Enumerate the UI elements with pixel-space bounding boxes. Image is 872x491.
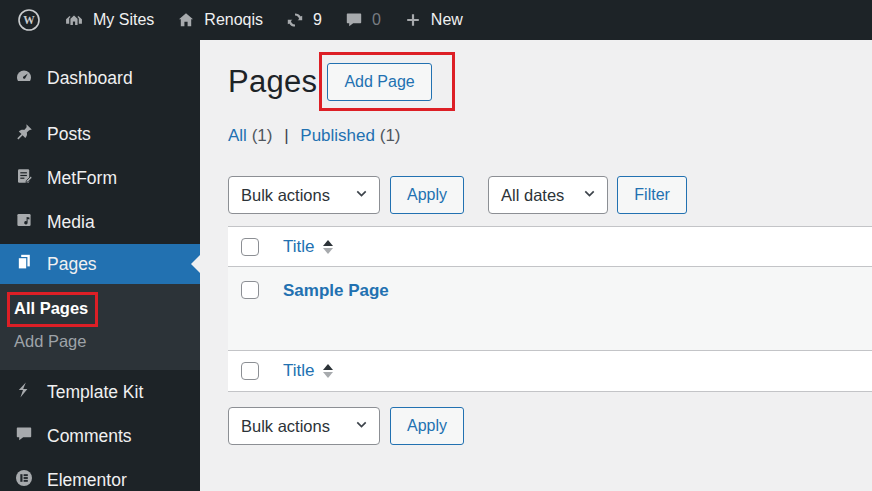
- title-column-label: Title: [283, 361, 315, 381]
- chevron-down-icon: [582, 186, 597, 205]
- title-column-sort-link-bottom[interactable]: Title: [283, 361, 333, 381]
- pages-table: Title Sample Page: [228, 226, 872, 392]
- bulk-actions-value: Bulk actions: [241, 186, 330, 205]
- form-icon: [14, 166, 34, 191]
- title-column-sort-link[interactable]: Title: [283, 237, 333, 257]
- submenu-item-all-pages[interactable]: All Pages: [0, 292, 200, 325]
- top-toolbar: Bulk actions Apply All dates Filter: [228, 176, 872, 214]
- view-all-link[interactable]: All: [228, 126, 247, 145]
- comments-icon: [344, 10, 364, 30]
- view-filters: All (1) | Published (1): [228, 126, 872, 146]
- page-title-link[interactable]: Sample Page: [283, 281, 389, 300]
- updates-icon: [285, 10, 305, 30]
- sidebar-item-media[interactable]: Media: [0, 200, 200, 244]
- add-page-button[interactable]: Add Page: [327, 63, 431, 101]
- sidebar-label: Elementor: [47, 470, 127, 491]
- select-all-checkbox-bottom[interactable]: [241, 362, 259, 380]
- pages-list-screen: Pages Add Page All (1) | Published (1) B…: [200, 40, 872, 491]
- sidebar-label: MetForm: [47, 168, 117, 189]
- filter-button[interactable]: Filter: [617, 176, 687, 214]
- add-page-annotation-box: Add Page: [327, 63, 431, 101]
- pages-icon: [14, 252, 34, 277]
- media-icon: [14, 210, 34, 235]
- table-header-row: Title: [228, 227, 872, 267]
- dashboard-icon: [14, 66, 34, 91]
- my-sites-icon: [63, 9, 85, 31]
- all-dates-select[interactable]: All dates: [488, 176, 608, 214]
- wordpress-logo-icon: W: [17, 8, 41, 32]
- view-published-link[interactable]: Published: [300, 126, 375, 145]
- sidebar-label: Posts: [47, 124, 91, 145]
- elementor-icon: [14, 468, 34, 491]
- wordpress-logo-button[interactable]: W: [6, 0, 52, 40]
- pushpin-icon: [14, 122, 34, 147]
- sidebar-label: Dashboard: [47, 68, 133, 89]
- select-all-checkbox[interactable]: [241, 238, 259, 256]
- bulk-actions-value: Bulk actions: [241, 417, 330, 436]
- sidebar-item-posts[interactable]: Posts: [0, 112, 200, 156]
- admin-bar: W My Sites Renoqis: [0, 0, 872, 40]
- view-published-count: (1): [380, 126, 401, 145]
- view-all-count: (1): [252, 126, 273, 145]
- sidebar-label: Media: [47, 212, 95, 233]
- new-menu[interactable]: New: [392, 0, 474, 40]
- comments-icon: [14, 424, 34, 449]
- sidebar-item-metform[interactable]: MetForm: [0, 156, 200, 200]
- submenu-item-add-page[interactable]: Add Page: [0, 325, 200, 358]
- all-dates-value: All dates: [501, 186, 564, 205]
- sidebar-label: Template Kit: [47, 382, 143, 403]
- apply-button[interactable]: Apply: [390, 176, 464, 214]
- my-sites-menu[interactable]: My Sites: [52, 0, 165, 40]
- site-name-label: Renoqis: [204, 11, 263, 29]
- bulk-actions-select[interactable]: Bulk actions: [228, 176, 380, 214]
- updates-count: 9: [313, 11, 322, 29]
- site-name-menu[interactable]: Renoqis: [165, 0, 274, 40]
- my-sites-label: My Sites: [93, 11, 154, 29]
- view-divider: |: [284, 126, 288, 145]
- sort-arrows-icon: [323, 364, 333, 378]
- wordpress-admin-screen: W My Sites Renoqis: [0, 0, 872, 491]
- chevron-down-icon: [354, 417, 369, 436]
- sidebar-item-elementor[interactable]: Elementor: [0, 458, 200, 491]
- svg-text:W: W: [23, 14, 35, 26]
- page-title: Pages: [228, 64, 317, 100]
- admin-sidebar: Dashboard Posts: [0, 40, 200, 491]
- plus-icon: [403, 10, 423, 30]
- new-label: New: [431, 11, 463, 29]
- sidebar-item-dashboard[interactable]: Dashboard: [0, 56, 200, 100]
- comments-count: 0: [372, 11, 381, 29]
- submenu-label: All Pages: [14, 299, 88, 318]
- sidebar-label: Comments: [47, 426, 132, 447]
- apply-button-bottom[interactable]: Apply: [390, 407, 464, 445]
- sort-arrows-icon: [323, 240, 333, 254]
- sidebar-item-template-kit[interactable]: Template Kit: [0, 370, 200, 414]
- template-kit-icon: [14, 380, 34, 405]
- table-row: Sample Page: [228, 267, 872, 351]
- comments-menu[interactable]: 0: [333, 0, 392, 40]
- sidebar-label: Pages: [47, 254, 97, 275]
- table-footer-row: Title: [228, 351, 872, 391]
- row-checkbox[interactable]: [241, 281, 259, 299]
- chevron-down-icon: [354, 186, 369, 205]
- bulk-actions-select-bottom[interactable]: Bulk actions: [228, 407, 380, 445]
- pages-submenu: All Pages Add Page: [0, 284, 200, 370]
- home-icon: [176, 10, 196, 30]
- sidebar-item-pages[interactable]: Pages: [0, 244, 200, 284]
- sidebar-item-comments[interactable]: Comments: [0, 414, 200, 458]
- updates-menu[interactable]: 9: [274, 0, 333, 40]
- title-column-label: Title: [283, 237, 315, 257]
- bottom-toolbar: Bulk actions Apply: [228, 407, 872, 445]
- submenu-label: Add Page: [14, 332, 86, 351]
